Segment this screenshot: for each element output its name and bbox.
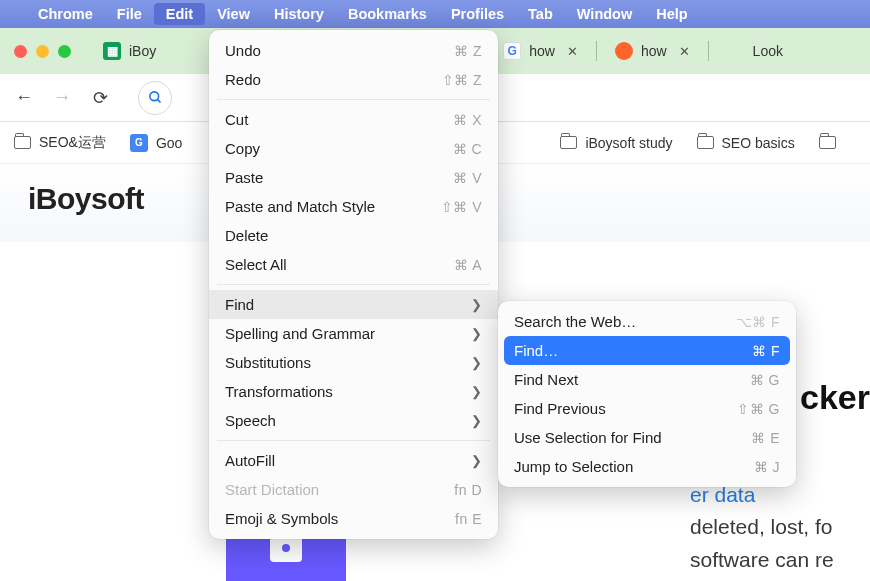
close-tab-icon[interactable]: ✕ [679, 44, 690, 59]
tab-separator [596, 41, 597, 61]
shortcut-label: ⌘ E [751, 430, 780, 446]
chevron-right-icon: ❯ [471, 453, 482, 468]
bookmark-google-translate[interactable]: GGoo [130, 134, 182, 152]
folder-icon [560, 136, 577, 149]
shortcut-label: ⌘ V [453, 170, 482, 186]
menu-item-label: Search the Web… [514, 313, 636, 330]
menu-item-find[interactable]: Find❯ [209, 290, 498, 319]
menubar-help[interactable]: Help [644, 3, 699, 25]
menu-item-substitutions[interactable]: Substitutions❯ [209, 348, 498, 377]
bookmark-folder-seo-basics[interactable]: SEO basics [697, 135, 795, 151]
menu-separator [217, 440, 490, 441]
back-button[interactable]: ← [14, 87, 34, 108]
menubar-file[interactable]: File [105, 3, 154, 25]
menu-item-find-next[interactable]: Find Next⌘ G [498, 365, 796, 394]
edit-menu-dropdown: Undo⌘ ZRedo⇧⌘ ZCut⌘ XCopy⌘ CPaste⌘ VPast… [209, 30, 498, 539]
menubar-window[interactable]: Window [565, 3, 644, 25]
menubar-view[interactable]: View [205, 3, 262, 25]
bookmark-folder-more[interactable] [819, 136, 836, 149]
shortcut-label: ⌘ Z [454, 43, 482, 59]
menu-item-label: Select All [225, 256, 287, 273]
tab-google-how[interactable]: G how ✕ [495, 34, 586, 68]
bookmark-folder-seo[interactable]: SEO&运营 [14, 134, 106, 152]
shortcut-label: ⌘ F [752, 343, 780, 359]
menu-item-start-dictation: Start Dictationfn D [209, 475, 498, 504]
shortcut-label: ⇧⌘ Z [442, 72, 482, 88]
tab-label: how [529, 43, 555, 59]
close-window-button[interactable] [14, 45, 27, 58]
menu-item-copy[interactable]: Copy⌘ C [209, 134, 498, 163]
window-controls [14, 45, 71, 58]
tab-iboysoft[interactable]: ▦ iBoy [95, 34, 164, 68]
menu-item-redo[interactable]: Redo⇧⌘ Z [209, 65, 498, 94]
menu-separator [217, 99, 490, 100]
shortcut-label: fn E [455, 511, 482, 527]
menu-item-paste-and-match-style[interactable]: Paste and Match Style⇧⌘ V [209, 192, 498, 221]
folder-icon [819, 136, 836, 149]
menu-item-label: Find Previous [514, 400, 606, 417]
menubar-tab[interactable]: Tab [516, 3, 565, 25]
folder-icon [14, 136, 31, 149]
shortcut-label: ⌘ J [754, 459, 780, 475]
menu-item-search-the-web[interactable]: Search the Web…⌥⌘ F [498, 307, 796, 336]
menu-item-use-selection-for-find[interactable]: Use Selection for Find⌘ E [498, 423, 796, 452]
menu-item-spelling-and-grammar[interactable]: Spelling and Grammar❯ [209, 319, 498, 348]
tab-label: Look [753, 43, 783, 59]
menu-item-speech[interactable]: Speech❯ [209, 406, 498, 435]
menu-item-label: Find [225, 296, 254, 313]
shortcut-label: ⌘ G [750, 372, 780, 388]
menu-item-emoji-symbols[interactable]: Emoji & Symbolsfn E [209, 504, 498, 533]
menu-item-cut[interactable]: Cut⌘ X [209, 105, 498, 134]
menu-item-label: Cut [225, 111, 248, 128]
google-icon: G [503, 42, 521, 60]
tab-semrush-how[interactable]: how ✕ [607, 34, 698, 68]
shortcut-label: ⌘ A [454, 257, 482, 273]
shortcut-label: fn D [454, 482, 482, 498]
menu-item-label: Redo [225, 71, 261, 88]
menubar-app[interactable]: Chrome [26, 3, 105, 25]
bookmark-folder-iboysoft-study[interactable]: iBoysoft study [560, 135, 672, 151]
bookmark-label: iBoysoft study [585, 135, 672, 151]
menu-item-label: Delete [225, 227, 268, 244]
menubar-edit[interactable]: Edit [154, 3, 205, 25]
menubar-history[interactable]: History [262, 3, 336, 25]
menu-item-transformations[interactable]: Transformations❯ [209, 377, 498, 406]
menu-item-find[interactable]: Find…⌘ F [504, 336, 790, 365]
menu-item-delete[interactable]: Delete [209, 221, 498, 250]
chevron-right-icon: ❯ [471, 384, 482, 399]
menu-item-jump-to-selection[interactable]: Jump to Selection⌘ J [498, 452, 796, 481]
shortcut-label: ⌥⌘ F [736, 314, 780, 330]
google-translate-icon: G [130, 134, 148, 152]
tab-apple-look[interactable]: Look [719, 34, 791, 68]
menu-item-label: Find… [514, 342, 558, 359]
close-tab-icon[interactable]: ✕ [567, 44, 578, 59]
menu-item-label: Jump to Selection [514, 458, 633, 475]
minimize-window-button[interactable] [36, 45, 49, 58]
menubar-profiles[interactable]: Profiles [439, 3, 516, 25]
forward-button[interactable]: → [52, 87, 72, 108]
bookmark-label: SEO basics [722, 135, 795, 151]
reload-button[interactable]: ⟳ [90, 87, 110, 109]
menu-item-label: Substitutions [225, 354, 311, 371]
menubar-bookmarks[interactable]: Bookmarks [336, 3, 439, 25]
menu-item-label: Paste and Match Style [225, 198, 375, 215]
apple-icon [727, 42, 745, 60]
menu-item-autofill[interactable]: AutoFill❯ [209, 446, 498, 475]
menu-item-select-all[interactable]: Select All⌘ A [209, 250, 498, 279]
chevron-right-icon: ❯ [471, 297, 482, 312]
menu-item-find-previous[interactable]: Find Previous⇧⌘ G [498, 394, 796, 423]
zoom-window-button[interactable] [58, 45, 71, 58]
chevron-right-icon: ❯ [471, 355, 482, 370]
svg-point-0 [149, 92, 158, 101]
menu-item-label: Use Selection for Find [514, 429, 662, 446]
address-bar[interactable] [138, 81, 172, 115]
bookmark-label: SEO&运营 [39, 134, 106, 152]
svg-line-1 [157, 99, 160, 102]
tab-label: iBoy [129, 43, 156, 59]
menu-item-undo[interactable]: Undo⌘ Z [209, 36, 498, 65]
svg-point-3 [282, 544, 290, 552]
menu-item-paste[interactable]: Paste⌘ V [209, 163, 498, 192]
menu-item-label: Copy [225, 140, 260, 157]
shortcut-label: ⌘ C [453, 141, 483, 157]
menu-item-label: Undo [225, 42, 261, 59]
